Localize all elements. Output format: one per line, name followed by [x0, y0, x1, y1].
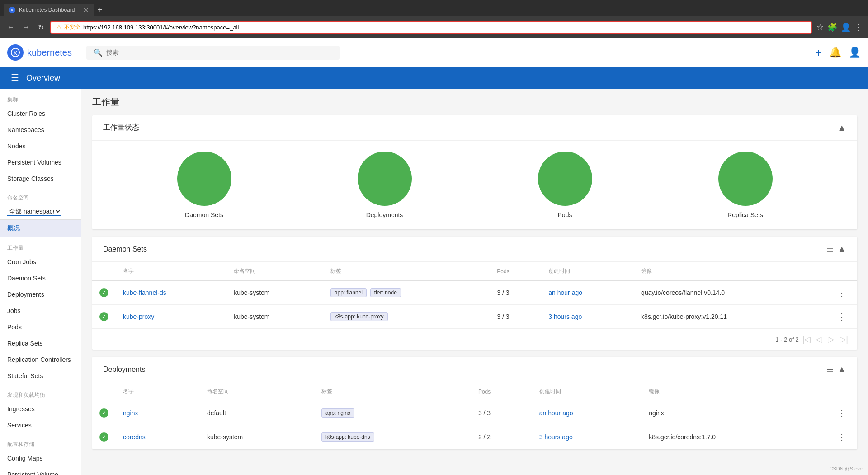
daemon-set-time-2[interactable]: 3 hours ago — [548, 313, 582, 320]
tag-tier-node[interactable]: tier: node — [370, 288, 401, 297]
replica-sets-circle — [718, 152, 773, 206]
namespace-dropdown[interactable]: 全部 namespaces — [7, 207, 61, 216]
sidebar-item-nodes[interactable]: Nodes — [0, 138, 81, 154]
deployments-collapse-icon[interactable]: ▲ — [837, 364, 846, 375]
daemon-set-name-1[interactable]: kube-flannel-ds — [123, 289, 166, 296]
forward-button[interactable]: → — [21, 21, 32, 33]
sidebar-item-replication-controllers[interactable]: Replication Controllers — [0, 352, 81, 368]
daemon-set-ns-1: kube-system — [226, 281, 323, 305]
deployments-card-header: Deployments ⚌ ▲ — [92, 357, 857, 382]
prev-page-button[interactable]: ◁ — [814, 332, 824, 346]
replica-sets-label: Replica Sets — [727, 211, 763, 218]
deployment-tags-nginx: app: nginx — [314, 401, 471, 425]
sidebar-item-persistent-volume-claims[interactable]: Persistent Volume Claims — [0, 466, 81, 475]
daemon-set-image-1: quay.io/coreos/flannel:v0.14.0 — [634, 281, 826, 305]
sidebar-item-ingresses[interactable]: Ingresses — [0, 401, 81, 417]
sidebar-item-config-maps[interactable]: Config Maps — [0, 450, 81, 466]
daemon-sets-collapse-icon[interactable]: ▲ — [837, 244, 846, 254]
col-created: 创建时间 — [541, 262, 634, 281]
filter-icon[interactable]: ⚌ — [826, 244, 834, 254]
daemon-set-name-2[interactable]: kube-proxy — [123, 313, 154, 320]
sidebar-item-replica-sets[interactable]: Replica Sets — [0, 335, 81, 352]
daemon-sets-card: Daemon Sets ⚌ ▲ 名字 命名空间 标签 Pods — [92, 237, 857, 350]
reload-button[interactable]: ↻ — [36, 21, 46, 33]
logo-icon: K — [7, 44, 24, 61]
col-status — [92, 262, 116, 281]
deployment-more-nginx[interactable]: ⋮ — [834, 407, 850, 419]
daemon-sets-card-header: Daemon Sets ⚌ ▲ — [92, 237, 857, 262]
next-page-button[interactable]: ▷ — [826, 332, 836, 346]
hamburger-menu[interactable]: ☰ — [11, 72, 19, 83]
daemon-set-more-2[interactable]: ⋮ — [834, 310, 850, 323]
sidebar-item-stateful-sets[interactable]: Stateful Sets — [0, 368, 81, 384]
deployment-tags-coredns: k8s-app: kube-dns — [314, 425, 471, 449]
daemon-sets-title: Daemon Sets — [103, 245, 826, 253]
workload-status-card-header: 工作量状态 ▲ — [92, 115, 857, 141]
tag-k8s-app-kube-proxy[interactable]: k8s-app: kube-proxy — [330, 312, 388, 321]
dep-col-image: 镜像 — [642, 382, 826, 401]
tag-k8s-app-kube-dns[interactable]: k8s-app: kube-dns — [321, 432, 374, 442]
deployment-time-coredns[interactable]: 3 hours ago — [539, 433, 573, 441]
sidebar-item-persistent-volumes[interactable]: Persistent Volumes — [0, 154, 81, 171]
sidebar-item-services[interactable]: Services — [0, 417, 81, 433]
deployment-more-coredns[interactable]: ⋮ — [834, 431, 850, 443]
menu-icon[interactable]: ⋮ — [854, 22, 863, 32]
app-body: 集群 Cluster Roles Namespaces Nodes Persis… — [0, 89, 868, 475]
sidebar-item-storage-classes[interactable]: Storage Classes — [0, 171, 81, 187]
col-actions — [826, 262, 857, 281]
security-warning-icon: ⚠ — [57, 24, 61, 30]
account-icon[interactable]: 👤 — [849, 47, 861, 58]
bookmark-icon[interactable]: ☆ — [816, 22, 824, 32]
deployment-image-nginx: nginx — [642, 401, 826, 425]
last-page-button[interactable]: ▷| — [838, 332, 850, 346]
tab-close-button[interactable]: ✕ — [83, 6, 89, 14]
new-tab-button[interactable]: + — [94, 5, 106, 15]
daemon-sets-pagination: 1 - 2 of 2 |◁ ◁ ▷ ▷| — [92, 329, 857, 350]
tag-app-flannel[interactable]: app: flannel — [330, 288, 367, 297]
sidebar-item-cluster-roles[interactable]: Cluster Roles — [0, 105, 81, 122]
sidebar-item-cron-jobs[interactable]: Cron Jobs — [0, 254, 81, 270]
sidebar-item-daemon-sets[interactable]: Daemon Sets — [0, 270, 81, 286]
tag-app-nginx[interactable]: app: nginx — [321, 408, 354, 418]
deployment-name-coredns[interactable]: coredns — [123, 433, 146, 441]
col-labels: 标签 — [323, 262, 490, 281]
sidebar-item-pods[interactable]: Pods — [0, 319, 81, 335]
deployment-name-nginx[interactable]: nginx — [123, 409, 138, 417]
namespace-selector[interactable]: 全部 namespaces — [0, 204, 81, 220]
dep-col-labels: 标签 — [314, 382, 471, 401]
sidebar-item-jobs[interactable]: Jobs — [0, 303, 81, 319]
dep-col-actions — [826, 382, 857, 401]
security-warning-text: 不安全 — [64, 24, 80, 31]
daemon-set-time-1[interactable]: an hour ago — [548, 289, 582, 296]
workload-circles-container: Daemon Sets Deployments Pods Replica Set… — [92, 141, 857, 229]
notifications-icon[interactable]: 🔔 — [829, 47, 841, 58]
search-box[interactable]: 🔍 — [86, 46, 340, 60]
svg-text:K: K — [14, 50, 17, 56]
sidebar-item-namespaces[interactable]: Namespaces — [0, 122, 81, 138]
tab-favicon: K — [9, 7, 15, 13]
sidebar-item-overview[interactable]: 概况 — [0, 220, 81, 237]
sidebar-config-section: 配置和存储 — [0, 433, 81, 450]
sidebar-item-deployments[interactable]: Deployments — [0, 286, 81, 303]
user-icon[interactable]: 👤 — [841, 22, 851, 32]
sidebar: 集群 Cluster Roles Namespaces Nodes Persis… — [0, 89, 81, 475]
sidebar-workload-section: 工作量 — [0, 237, 81, 254]
deployments-filter-icon[interactable]: ⚌ — [826, 365, 834, 375]
deployments-title: Deployments — [103, 366, 826, 374]
address-bar[interactable]: ⚠ 不安全 — [50, 21, 812, 34]
daemon-set-pods-1: 3 / 3 — [490, 281, 541, 305]
workload-section-title: 工作量 — [92, 96, 857, 108]
daemon-set-image-2: k8s.gcr.io/kube-proxy:v1.20.11 — [634, 305, 826, 329]
daemon-set-tags-2: k8s-app: kube-proxy — [323, 305, 490, 329]
first-page-button[interactable]: |◁ — [801, 332, 813, 346]
status-ok-icon-2: ✓ — [99, 312, 108, 321]
daemon-set-more-1[interactable]: ⋮ — [834, 286, 850, 299]
back-button[interactable]: ← — [5, 21, 16, 33]
search-input[interactable] — [106, 49, 332, 56]
deployment-time-nginx[interactable]: an hour ago — [539, 409, 573, 417]
extension-icon[interactable]: 🧩 — [827, 22, 837, 32]
collapse-icon[interactable]: ▲ — [837, 123, 846, 133]
add-button[interactable]: + — [815, 46, 822, 60]
deployments-card: Deployments ⚌ ▲ 名字 命名空间 标签 Pods — [92, 357, 857, 449]
url-input[interactable] — [83, 24, 806, 31]
